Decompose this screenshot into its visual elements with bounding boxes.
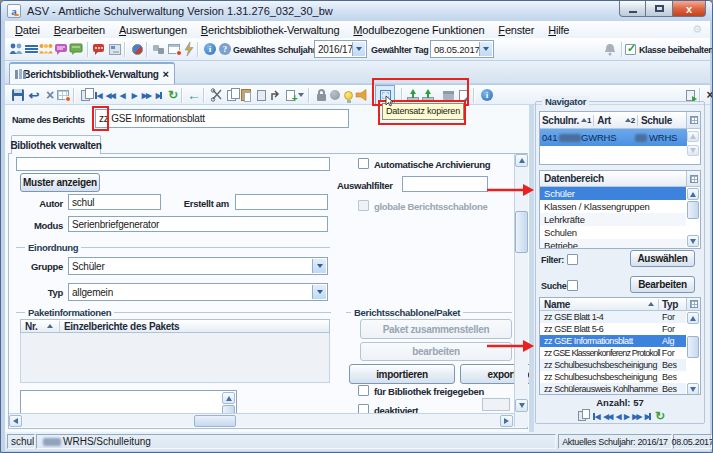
report-card-icon[interactable] [107, 41, 123, 57]
schuljahr-combobox[interactable]: 2016/17 [314, 40, 367, 58]
undo-icon[interactable]: ↩ [26, 87, 42, 103]
paste-special-icon[interactable] [267, 87, 283, 103]
klasse-checkbox[interactable]: ✓ [625, 44, 636, 55]
menu-fenster[interactable]: Fenster [491, 24, 541, 36]
board-icon[interactable] [68, 41, 84, 57]
actions-icon[interactable] [181, 41, 197, 57]
report-row[interactable]: zz Schülerausweis KohlhammerBes [540, 383, 686, 395]
importieren-button[interactable]: importieren [349, 364, 455, 384]
report-row[interactable]: zz GSE Klassenkonferenz ProtokollFor [540, 347, 692, 359]
horn-icon[interactable] [353, 87, 369, 103]
erstellt-am-input[interactable] [235, 194, 328, 210]
info-icon[interactable]: i [202, 41, 218, 57]
fast-back-icon[interactable]: ◀◀ [603, 412, 612, 421]
tag-combobox[interactable]: 08.05.2017 [430, 40, 494, 58]
copy-icon[interactable] [223, 87, 239, 103]
filter-checkbox[interactable] [567, 254, 578, 265]
muster-anzeigen-button[interactable]: Muster anzeigen [20, 173, 100, 192]
menu-bearbeiten[interactable]: Bearbeiten [47, 24, 112, 36]
refresh-icon[interactable]: ↻ [655, 409, 665, 423]
report-row[interactable]: zz GSE Blatt 1-4For [540, 311, 686, 323]
scroll-up-button[interactable] [687, 188, 699, 200]
freigegeben-checkbox[interactable] [358, 385, 369, 396]
chevron-down-icon[interactable] [352, 42, 365, 56]
fast-forward-icon[interactable]: ▶▶ [632, 412, 641, 421]
report-row[interactable]: zz GSE Blatt 5-6For [540, 323, 686, 335]
report-row[interactable]: zz SchulbesuchsbescheinigungBes [540, 359, 686, 371]
last-record-icon[interactable]: ▶ [645, 412, 651, 421]
groups-icon[interactable] [38, 41, 54, 57]
report-row-selected[interactable]: zz GSE InformationsblattAlg [540, 335, 686, 347]
menu-hilfe[interactable]: Hilfe [541, 24, 576, 36]
auswahlfilter-input[interactable] [402, 176, 488, 192]
refresh-icon[interactable]: ↻ [165, 87, 181, 103]
forward-record-icon[interactable]: ▶ [624, 412, 628, 421]
minimize-button[interactable] [619, 1, 646, 17]
datenbereich-item-lehrkraefte[interactable]: Lehrkräfte [540, 213, 686, 226]
globale-checkbox[interactable] [358, 200, 369, 211]
first-record-icon[interactable]: ◀ [593, 412, 599, 421]
datenbereich-item-klassen[interactable]: Klassen / Klassengruppen [540, 200, 686, 213]
back-record-icon[interactable]: ◀ [616, 412, 620, 421]
notes-icon[interactable] [23, 41, 39, 57]
scroll-down-button[interactable] [687, 383, 699, 395]
paste-icon[interactable] [238, 87, 254, 103]
bell-icon[interactable] [602, 41, 618, 57]
table-config-button[interactable] [686, 298, 700, 311]
copy-page-icon[interactable] [575, 408, 589, 424]
chevron-down-icon[interactable] [479, 42, 492, 56]
name-des-berichts-input[interactable]: zz GSE Informationsblatt [95, 109, 349, 128]
modules-icon[interactable] [151, 41, 167, 57]
paket-table-header[interactable]: Nr. Einzelberichte des Pakets [20, 319, 330, 333]
info2-icon[interactable]: i [479, 87, 495, 103]
form-hscrollbar[interactable] [9, 413, 514, 427]
scroll-up-button[interactable] [515, 154, 528, 167]
maximize-button[interactable] [646, 1, 673, 17]
chat-icon[interactable] [53, 41, 69, 57]
close-button[interactable]: x [673, 1, 706, 17]
messages-icon[interactable] [91, 41, 107, 57]
datenbereich-item-betriebe[interactable]: Betriebe [540, 239, 686, 249]
tab-bibliothek-verwalten[interactable]: Bibliothek verwalten [11, 135, 101, 154]
scroll-down-button[interactable] [687, 235, 699, 247]
school-row[interactable]: 041 GWRHS WRHS [540, 129, 687, 146]
new-page-dropdown-icon[interactable] [296, 87, 305, 103]
scroll-left-button[interactable] [9, 415, 22, 427]
school-table-header[interactable]: Schulnr. 1 Art 2 Schule [540, 112, 687, 129]
gruppe-combobox[interactable]: Schüler [68, 257, 328, 275]
scroll-down-button[interactable] [515, 399, 528, 412]
menu-datei[interactable]: Datei [8, 24, 47, 36]
table-edit-icon[interactable] [55, 87, 71, 103]
beschreibung-textarea[interactable] [16, 157, 330, 171]
paket-table-body[interactable] [20, 333, 330, 383]
auswaehlen-button[interactable]: Auswählen [630, 250, 695, 267]
datenbereich-item-schueler[interactable]: Schüler [540, 187, 686, 200]
students-icon[interactable] [8, 41, 24, 57]
tab-close-icon[interactable]: × [163, 68, 169, 80]
scroll-up-button[interactable] [222, 392, 235, 404]
chevron-down-icon[interactable] [312, 285, 326, 299]
table-config-button[interactable] [686, 171, 700, 187]
datenbereich-header[interactable]: Datenbereich [540, 171, 686, 187]
help-icon[interactable]: ? [217, 41, 233, 57]
typ-combobox[interactable]: allgemein [68, 283, 328, 301]
chevron-down-icon[interactable] [312, 259, 326, 273]
reports-table-header[interactable]: Name Typ [540, 298, 686, 311]
bearbeiten-nav-button[interactable]: Bearbeiten [630, 276, 695, 293]
table-config-button[interactable] [686, 112, 700, 129]
report-row[interactable]: zz SchulbesuchsbescheinigungBes [540, 371, 686, 383]
archivierung-checkbox[interactable] [358, 158, 369, 169]
save-icon[interactable] [10, 87, 26, 103]
autor-input[interactable]: schul [68, 194, 161, 210]
menu-modulbezogene[interactable]: Modulbezogene Funktionen [346, 24, 491, 36]
web-icon[interactable] [129, 41, 145, 57]
menu-berichtsbibliothek[interactable]: Berichtsbibliothek-Verwaltung [194, 24, 347, 36]
menu-auswertungen[interactable]: Auswertungen [112, 24, 194, 36]
scroll-right-button[interactable] [500, 415, 513, 427]
tab-berichtsbibliothek[interactable]: Berichtsbibliothek-Verwaltung × [9, 62, 175, 84]
modus-input[interactable]: Serienbriefgenerator [68, 216, 328, 232]
suche-checkbox[interactable] [567, 280, 578, 291]
window-alert-icon[interactable] [166, 41, 182, 57]
back-nav-icon[interactable]: ← [186, 87, 202, 103]
datenbereich-item-schulen[interactable]: Schulen [540, 226, 686, 239]
